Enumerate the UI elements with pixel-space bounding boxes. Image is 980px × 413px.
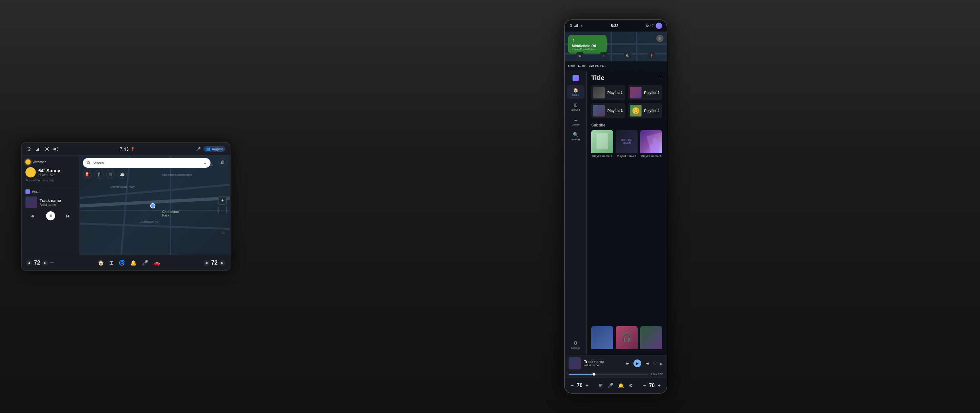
chevron-down-icon: ▲ bbox=[204, 161, 207, 165]
sidebar-item-home[interactable]: 🏠 Home bbox=[567, 85, 584, 99]
svg-rect-17 bbox=[576, 26, 576, 27]
poi-bar: ⛽ 🍴 🛒 ☕ bbox=[83, 170, 127, 179]
next-button[interactable]: ⏭ bbox=[64, 211, 73, 220]
car-nav-button[interactable]: 🚗 bbox=[153, 260, 160, 266]
svg-line-9 bbox=[45, 147, 46, 148]
car-time: 7:43 📍 bbox=[120, 147, 135, 151]
queue-icon[interactable]: ≡ bbox=[659, 75, 662, 81]
playlist-1-name: Playlist 1 bbox=[607, 91, 623, 94]
location-pin bbox=[150, 203, 155, 209]
apps-nav-button[interactable]: ⊞ bbox=[109, 260, 113, 266]
nav-settings-button[interactable]: ⚙ bbox=[576, 52, 584, 59]
right-temp-up-button[interactable]: ▶ bbox=[220, 260, 225, 266]
playlist-item-1[interactable]: Playlist 1 bbox=[591, 85, 625, 100]
temp-up-button[interactable]: ▶ bbox=[42, 260, 48, 266]
device-settings-button[interactable]: ⚙ bbox=[628, 383, 633, 389]
np-next-button[interactable]: ⏭ bbox=[643, 359, 651, 367]
playlist-thumb-2 bbox=[630, 87, 641, 99]
music-card[interactable]: Aural Track name Artist name ⏮ ⏸ ⏭ bbox=[22, 186, 79, 255]
now-playing-bar[interactable]: Track name Artist name ⏮ ▶ ⏭ ♡ ▲ 0:24 bbox=[565, 355, 667, 378]
map-background: Amphitheatre Pkwy Charleston Rd Shorelin… bbox=[80, 156, 230, 255]
device-notification-button[interactable]: 🔔 bbox=[618, 383, 624, 389]
weather-card[interactable]: Weather 64° Sunny H 78° L 52° Tap card f… bbox=[22, 156, 79, 186]
browse-card-2[interactable]: ABSTRACTDESIGN Playlist name 2 bbox=[616, 130, 638, 326]
np-progress-bar[interactable] bbox=[569, 374, 649, 375]
sidebar-item-browse[interactable]: ⊞ Browse bbox=[567, 100, 584, 113]
sidebar-item-search[interactable]: 🔍 Search bbox=[567, 130, 584, 143]
search-icon bbox=[87, 161, 91, 165]
bluetooth-icon bbox=[26, 146, 32, 152]
car-screen-bottombar: ◀ 72 ▶ 〰 🏠 ⊞ 🌀 🔔 🎤 🚗 ◀ 72 ▶ bbox=[22, 255, 230, 270]
playlist-2-name: Playlist 2 bbox=[644, 91, 660, 94]
map-sound-button[interactable]: 🔊 bbox=[218, 158, 227, 166]
browse-row-2: 🎧 bbox=[587, 326, 667, 355]
poi-fuel-button[interactable]: ⛽ bbox=[83, 170, 92, 179]
zoom-in-button[interactable]: + bbox=[218, 196, 227, 204]
avatar-icon bbox=[656, 22, 662, 29]
navigation-banner[interactable]: ↑ Middlefield Rd toward Lowell Ave ✕ ⚙ ↕… bbox=[565, 32, 667, 70]
map-area[interactable]: Amphitheatre Pkwy Charleston Rd Shorelin… bbox=[80, 156, 230, 255]
device-right-temp-decrease-button[interactable]: − bbox=[641, 383, 648, 389]
svg-rect-3 bbox=[40, 147, 40, 151]
device-status-left: ☀ bbox=[569, 24, 583, 28]
search-nav-icon: 🔍 bbox=[573, 132, 578, 137]
device-right-temp-increase-button[interactable]: + bbox=[656, 383, 662, 389]
user-name: August bbox=[212, 147, 223, 151]
nav-directions-button[interactable]: ↕ bbox=[600, 52, 607, 59]
np-play-button[interactable]: ▶ bbox=[633, 359, 641, 367]
weather-title: Weather bbox=[25, 159, 75, 164]
aural-app-icon bbox=[571, 73, 581, 83]
sidebar-item-settings[interactable]: ⚙ Settings bbox=[567, 338, 584, 352]
device-mic-button[interactable]: 🎤 bbox=[607, 383, 614, 389]
weather-info: 64° Sunny H 78° L 52° bbox=[38, 168, 75, 177]
mic-nav-button[interactable]: 🎤 bbox=[142, 260, 148, 266]
home-icon: 🏠 bbox=[573, 88, 578, 92]
playlist-item-4[interactable]: 😊 Playlist 4 bbox=[628, 103, 662, 118]
sidebar-item-library[interactable]: ≡ Library bbox=[567, 115, 584, 128]
browse-card-5[interactable]: 🎧 bbox=[616, 326, 638, 352]
np-expand-button[interactable]: ▲ bbox=[659, 361, 663, 365]
smiley-icon: 😊 bbox=[632, 107, 640, 115]
right-temp-down-button[interactable]: ◀ bbox=[204, 260, 209, 266]
playlist-thumb-3 bbox=[593, 105, 605, 116]
np-previous-button[interactable]: ⏮ bbox=[624, 359, 632, 367]
svg-rect-19 bbox=[578, 24, 578, 27]
browse-name-5 bbox=[616, 349, 638, 352]
search-bar[interactable]: Search ▲ bbox=[83, 158, 210, 168]
temp-down-button[interactable]: ◀ bbox=[26, 260, 32, 266]
nav-search-button[interactable]: 🔍 bbox=[624, 52, 631, 59]
device-apps-button[interactable]: ⊞ bbox=[599, 383, 603, 389]
nav-street-name: Middlefield Rd bbox=[572, 44, 603, 48]
pause-button[interactable]: ⏸ bbox=[46, 211, 55, 220]
device-temp-decrease-button[interactable]: − bbox=[569, 383, 575, 389]
browse-card-1[interactable]: Playlist name 1 bbox=[591, 130, 613, 326]
nav-close-button[interactable]: ✕ bbox=[656, 35, 663, 42]
track-row: Track name Artist name bbox=[25, 196, 75, 208]
mic-icon: 🎤 bbox=[196, 147, 201, 151]
nav-location-button[interactable]: 📍 bbox=[648, 52, 655, 59]
np-favorite-button[interactable]: ♡ bbox=[653, 361, 657, 366]
playlist-item-3[interactable]: Playlist 3 bbox=[591, 103, 625, 118]
aural-logo bbox=[25, 190, 30, 194]
playlist-item-2[interactable]: Playlist 2 bbox=[628, 85, 662, 100]
user-badge[interactable]: 👥 August bbox=[204, 146, 225, 151]
browse-card-6[interactable] bbox=[640, 326, 662, 352]
poi-coffee-button[interactable]: ☕ bbox=[118, 170, 127, 179]
bottom-nav-icons: 🏠 ⊞ 🌀 🔔 🎤 🚗 bbox=[98, 260, 160, 266]
person-silhouette-icon bbox=[650, 137, 660, 153]
device-temp-increase-button[interactable]: + bbox=[584, 383, 590, 389]
compass-icon[interactable]: ◇ bbox=[220, 229, 227, 236]
notification-nav-button[interactable]: 🔔 bbox=[130, 260, 137, 266]
browse-card-4[interactable] bbox=[591, 326, 613, 352]
browse-card-3[interactable]: Playlist name 3 bbox=[640, 130, 662, 326]
previous-button[interactable]: ⏮ bbox=[28, 211, 37, 220]
track-thumbnail bbox=[25, 196, 37, 208]
poi-shopping-button[interactable]: 🛒 bbox=[106, 170, 115, 179]
zoom-out-button[interactable]: − bbox=[218, 206, 227, 214]
poi-food-button[interactable]: 🍴 bbox=[94, 170, 103, 179]
sun-icon bbox=[25, 159, 30, 164]
svg-point-14 bbox=[88, 162, 90, 164]
car-screen-topbar: 7:43 📍 🎤 👥 August bbox=[22, 143, 230, 156]
fan-nav-button[interactable]: 🌀 bbox=[119, 260, 125, 266]
home-nav-button[interactable]: 🏠 bbox=[98, 260, 104, 266]
